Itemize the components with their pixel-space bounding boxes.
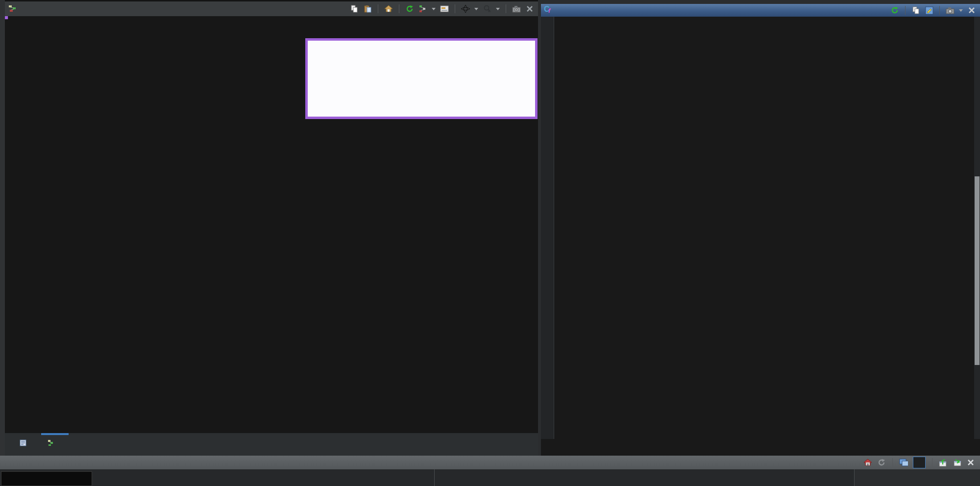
block-display-icon[interactable] [440,4,449,13]
magnifier-icon[interactable] [483,4,491,13]
function-graph-tab-icon [47,439,54,446]
toolbar-separator [455,4,455,13]
decompiler-titlebar[interactable]: Cf [541,4,980,17]
bottom-tabbar [5,433,538,456]
send-to-back-icon[interactable] [953,458,961,467]
bottom-right-area [855,469,980,486]
magnifier-dropdown-caret[interactable] [496,8,500,10]
vertical-scrollbar[interactable] [974,17,980,439]
toolbar-separator [932,458,932,467]
snapshot-camera-icon[interactable] [946,6,955,15]
close-icon[interactable] [966,458,975,467]
listing-icon [20,439,26,446]
lower-window-titlebar[interactable] [0,456,980,469]
window-count-badge[interactable] [913,457,926,468]
tab-listing[interactable] [14,433,41,451]
function-graph-titlebar[interactable] [5,1,538,17]
annotation-callout [305,38,538,119]
function-graph-icon [8,4,17,13]
toolbar-separator [399,4,399,13]
decompiler-top-strip [541,0,980,4]
snapshot-camera-icon[interactable] [512,4,521,13]
edit-properties-icon[interactable] [925,6,933,15]
ghidra-workspace: { "left_panel": { "title": "Function Gra… [0,0,980,486]
toolbar-separator [506,4,506,13]
cascade-windows-icon[interactable] [899,458,908,467]
vertical-scrollbar-thumb[interactable] [975,176,980,365]
layout-provider-icon[interactable] [418,4,427,13]
copy-icon[interactable] [350,4,359,13]
layout-dropdown-caret[interactable] [432,8,436,10]
decompiler-icon: Cf [544,6,553,15]
line-number-gutter [541,17,554,439]
refresh-icon[interactable] [877,458,886,467]
paste-icon[interactable] [363,4,372,13]
navigation-compass-icon[interactable] [461,4,470,13]
graph-highlight-rect [5,16,8,19]
toolbar-separator [378,4,378,13]
toolbar-separator [939,6,940,15]
panel-divider [434,469,435,486]
refresh-icon[interactable] [890,6,899,15]
bring-to-front-icon[interactable] [939,458,948,467]
navigation-dropdown-caret[interactable] [474,8,478,10]
home-icon[interactable] [863,458,872,467]
home-icon[interactable] [384,4,393,13]
decompiler-code-area[interactable] [541,17,974,439]
bottom-panel-strip [0,469,980,486]
close-icon[interactable] [525,4,534,13]
panel-divider [854,469,855,486]
toolbar-separator [892,458,893,467]
refresh-icon[interactable] [405,4,414,13]
close-icon[interactable] [967,6,976,15]
tab-function-graph[interactable] [41,433,69,451]
copy-icon[interactable] [911,6,920,15]
toolbar-separator [905,6,906,15]
decompiler-panel: Cf [541,0,980,456]
camera-dropdown-caret[interactable] [959,9,963,12]
bottom-left-box [1,471,92,486]
